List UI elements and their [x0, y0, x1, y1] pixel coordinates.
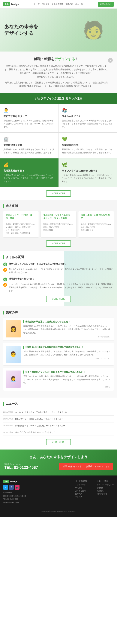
faq-section: よくある質問 Q 仕事を探しているのですが、どのような方法で探せますか？ A 弊…: [0, 251, 117, 306]
news-item-3: 2019/10/01 採用情報をアップデートしました。ーニュースタイトルー: [3, 422, 114, 429]
career-text-main: 仕事をお探しの方ならどなたでも、私共は多くの人材人材に精通したスタッフが丁寧にサ…: [4, 64, 108, 75]
faq-q-icon-1: Q: [3, 262, 7, 266]
reason-title-4: 先輩の無料招生: [62, 144, 114, 146]
faq-q-text-1: 仕事を探しているのですが、どのような方法で探せますか？: [9, 262, 67, 265]
reason-card-6: 🌿 ライフスタイルに合わせて働ける 「今の仕事を続けながら副業したい」「時間に縛…: [58, 158, 117, 187]
hero-section: あなたの未来を デザインする 🧑: [0, 8, 117, 52]
reason-title-5: 高待遇案件が多数！: [3, 169, 55, 172]
nav-item-jobs[interactable]: 求人情報: [42, 3, 49, 6]
news-text-2: 新しいサービスを開始しました。ーニュースタイトルー: [15, 417, 63, 420]
job-detail-2: 勤務地：東京都〇〇市〇〇区〇〇1-2-3 給与：月給〇〇万円 時間：週5日: [43, 223, 74, 232]
faq-question-2: Q 職場見学者は可能ですか？: [3, 277, 114, 282]
faq-title: よくある質問: [3, 255, 114, 259]
footer-left: Job Design 𝕏 f 📷 〒000-0000 東京都〇〇市〇〇区〇〇1-…: [3, 480, 26, 504]
testimonials-title: 先輩の声: [3, 310, 114, 314]
jobs-more-button[interactable]: MORE MORE: [46, 240, 71, 247]
faq-a-icon-2: A: [3, 283, 7, 287]
hero-title-line1: あなたの未来を: [4, 24, 38, 29]
reason-title-3: 資格取得者を支援: [3, 144, 55, 146]
reason-text-3: 資格取得のためにも副業や副業をなくなってしまうことができます。積極的に資格取得の…: [3, 148, 55, 154]
footer-link-company[interactable]: 会社概要: [97, 487, 114, 489]
news-more-button[interactable]: MORE MORE: [46, 439, 71, 445]
cta-section: さあ、あなたの未来をデザインしよう 有業平日9:00〜18:00 TEL: 81…: [0, 450, 117, 476]
reason-icon-5: 💰: [3, 162, 55, 168]
faq-a-icon-1: A: [3, 268, 7, 272]
header-cta-button[interactable]: お問い合わせ: [98, 2, 114, 7]
job-detail-3: 勤務地：東京都〇〇市〇〇区〇〇1-2-3 給与：時給〇〇円 時間：週2～3日: [81, 223, 111, 232]
news-item-2: 2020/04/12 新しいサービスを開始しました。ーニュースタイトルー: [3, 416, 114, 422]
reason-icon-4: 💚: [62, 136, 114, 142]
logo-area: Job Design: [3, 2, 19, 6]
testimonial-title-1: 求職活動が予定通りに就職に結びつきました！: [23, 320, 111, 323]
job-card-2: 未経験OK！システム会社コールセンタースタッフ募集 勤務地：東京都〇〇市〇〇区〇…: [41, 211, 76, 237]
copyright-text: Copyright © Job Design All Rights Reserv…: [42, 510, 76, 512]
faq-more-button[interactable]: MORE MORE: [46, 296, 71, 302]
reason-text-5: 「仕事が見つからない」「なかなか内定がもらえない」と悩んでいる方でも、ご安心くだ…: [3, 174, 55, 183]
reason-text-2: 就職活動を通じて多くのスキルや知識を身につけることができます。さまざまな業種への…: [62, 119, 114, 128]
nav-item-voice[interactable]: 先輩の声: [65, 3, 73, 6]
cta-tel-area: 有業平日9:00〜18:00 TEL: 81-0123-4567: [4, 463, 38, 470]
career-text-sub: 仕事について詳しく知ってもらえます。: [4, 75, 108, 78]
testimonial-title-2: 40歳を超えた年齢でも就職活動に挑戦して就職できました！: [23, 346, 111, 348]
footer-link-support: サポート情報: [97, 480, 114, 482]
person-icon-1: 👩: [6, 320, 21, 338]
reasons-section: ジョブデザインが選ばれる６つの理由 👨‍💼 親切で丁寧なスタッフ 就職活動をこれ…: [0, 94, 117, 200]
footer-bottom: Copyright © Job Design All Rights Reserv…: [3, 507, 114, 512]
job-card-1: 在宅ネットワークのCD・場所・業種 勤務地：東京都〇〇市〇〇区〇〇1-2-3、神…: [3, 211, 39, 237]
testimonial-content-3: 仕事と家庭のバランスよく保ける条件で就職が実現しました！ 子育て中のため、時間に…: [23, 370, 111, 388]
scroll-up-button[interactable]: ▲: [108, 58, 113, 63]
reasons-more-wrap: MORE MORE: [0, 187, 117, 200]
reason-card-5: 💰 高待遇案件が多数！ 「仕事が見つからない」「なかなか内定がもらえない」と悩ん…: [0, 158, 58, 187]
news-item-1: 2020/09/30 ホームページをリニューアルしました。ーニュースタイトルー: [3, 409, 114, 416]
faq-q-icon-2: Q: [3, 278, 7, 282]
reasons-grid: 👨‍💼 親切で丁寧なスタッフ 就職活動をこれからしたい方へのご担当者、個別のサー…: [0, 104, 117, 187]
footer-link-voice[interactable]: 先輩の声: [75, 493, 92, 495]
footer-link-news[interactable]: ニュース: [75, 496, 92, 498]
nav-item-news[interactable]: ニュース: [75, 3, 83, 6]
footer-logo-box: Job: [3, 480, 9, 483]
cta-hours: 有業平日9:00〜18:00: [4, 463, 38, 466]
reason-title-1: 親切で丁寧なスタッフ: [3, 115, 55, 118]
news-text-4: ジョブデザイン公式サイトがオープンしました。: [15, 431, 57, 434]
cta-title: さあ、あなたの未来をデザインしよう: [4, 455, 113, 460]
career-text-extra: 先輩方のご意見を参考にして、正社員としての就職を促進しています。就職活動について…: [4, 81, 108, 88]
hero-text-area: あなたの未来を デザインする: [0, 19, 43, 41]
footer-top: Job Design 𝕏 f 📷 〒000-0000 東京都〇〇市〇〇区〇〇1-…: [3, 480, 114, 504]
reason-card-1: 👨‍💼 親切で丁寧なスタッフ 就職活動をこれからしたい方へのご担当者、個別のサー…: [0, 104, 58, 132]
nav-item-top[interactable]: トップ: [34, 3, 40, 6]
cta-contact-button[interactable]: お問い合わせ・おまけ・お見積フォームはこちら: [59, 462, 113, 470]
instagram-icon[interactable]: 📷: [15, 485, 19, 490]
news-date-2: 2020/04/12: [3, 418, 13, 420]
reason-card-2: 📚 スキルが身につく！ 就職活動を通じて多くのスキルや知識を身につけることができ…: [58, 104, 117, 132]
testimonial-text-2: プロの視点から求人情報を紹介していただき、自分では気づかなかったスキルを発見して…: [23, 350, 111, 356]
jobs-section-title: 求人事例: [3, 204, 114, 208]
hero-title-line2: デザインする: [4, 30, 34, 36]
jobs-more-wrap: MORE MORE: [3, 240, 114, 247]
footer-link-faq[interactable]: よくある質問: [75, 490, 92, 492]
reason-text-4: 就職活動に対して取り組んでいます。就職活動においても複数の企業や採用担当に連絡を…: [62, 148, 114, 154]
footer-link-jobs[interactable]: 求人情報: [75, 487, 92, 489]
cta-info-area: 有業平日9:00〜18:00 TEL: 81-0123-4567 お問い合わせ・…: [4, 462, 113, 470]
reason-title-2: スキルが身につく！: [62, 115, 114, 118]
reasons-more-button[interactable]: MORE MORE: [46, 190, 71, 197]
footer-link-privacy[interactable]: プライバシーポリシー: [97, 484, 114, 486]
footer-link-service: サービス案内: [75, 480, 92, 482]
news-date-1: 2020/09/30: [3, 411, 13, 413]
footer-link-top[interactable]: トップページ: [75, 484, 92, 486]
testimonial-image-1: 👩: [6, 320, 21, 338]
scroll-up-area: ▲: [108, 58, 113, 63]
footer: Job Design 𝕏 f 📷 〒000-0000 東京都〇〇市〇〇区〇〇1-…: [0, 476, 117, 517]
facebook-icon[interactable]: f: [9, 485, 14, 490]
reason-card-4: 💚 先輩の無料招生 就職活動に対して取り組んでいます。就職活動においても複数の企…: [58, 132, 117, 158]
testimonial-name-3: （30代）: [23, 386, 111, 388]
nav-item-faq[interactable]: よくある質問: [52, 3, 63, 6]
footer-logo: Job Design: [3, 480, 26, 483]
footer-link-recruit[interactable]: 採用情報: [97, 490, 114, 492]
faq-more-wrap: MORE MORE: [3, 296, 114, 302]
testimonial-name-1: （20代・介護業）: [23, 336, 111, 338]
faq-question-1: Q 仕事を探しているのですが、どのような方法で探せますか？: [3, 262, 114, 266]
faq-a-text-1: 弊社のウェブサイトから多くのサービスをご利用いただけます。専門のスタッフが丁寧に…: [9, 268, 114, 274]
footer-link-contact[interactable]: お問い合わせ: [97, 493, 114, 495]
twitter-icon[interactable]: 𝕏: [3, 485, 8, 490]
job-title-1: 在宅ネットワークのCD・場所・業種: [6, 214, 36, 221]
